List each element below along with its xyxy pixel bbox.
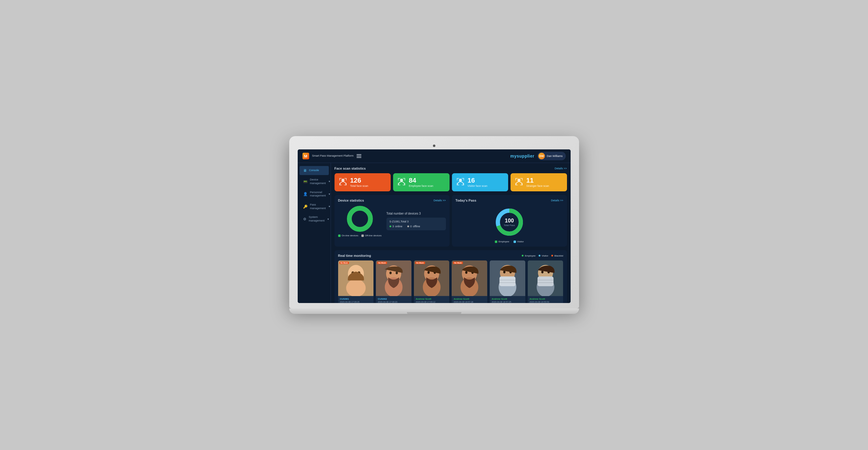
- online-status: 3 online: [390, 225, 402, 228]
- person-info: Andrew Scott2020-04-08 16:57:25Pass 8CFC…: [490, 296, 525, 303]
- face-scan-title: Face scan statistics: [335, 167, 366, 170]
- stat-employee-info: 84 Employee face scan: [409, 177, 433, 187]
- pass-legend-employee: Employee: [495, 240, 509, 243]
- laptop-base: [289, 309, 579, 314]
- person-photo: No Mask: [338, 260, 374, 296]
- device-status-row: 3 online 0 offline: [390, 225, 443, 228]
- hamburger-menu[interactable]: [356, 154, 362, 158]
- person-name: Andrew Scott: [454, 297, 486, 300]
- list-item[interactable]: No MaskAndrew Scott2020-04-08 16:57:28Pa…: [452, 260, 487, 303]
- stranger-scan-icon: [515, 178, 523, 187]
- person-date: 2020-04-08 17:09:12: [416, 301, 448, 303]
- sidebar-item-device-management[interactable]: 📟 Device management ▼: [300, 175, 329, 187]
- brand-accent: er: [530, 154, 534, 158]
- total-scan-icon: [339, 178, 347, 187]
- device-box: S-Z1081,Total 3 3 online: [386, 218, 446, 230]
- svg-rect-26: [462, 185, 464, 185]
- svg-rect-72: [537, 277, 553, 286]
- offline-label: offline: [413, 225, 420, 228]
- visitor-legend-label: Visitor: [517, 240, 524, 243]
- svg-rect-11: [398, 178, 399, 181]
- svg-point-51: [428, 271, 430, 274]
- todays-pass-details-link[interactable]: Details >>: [551, 199, 563, 202]
- person-date: 2020-04-08 16:57:25: [492, 301, 524, 303]
- monitoring-header: Real time monitoring Employee Visitor: [338, 254, 563, 257]
- device-stats-panel: Device statistics Details >>: [335, 195, 450, 247]
- svg-rect-6: [339, 185, 342, 185]
- svg-rect-64: [500, 277, 516, 286]
- svg-point-36: [349, 208, 370, 229]
- total-scan-number: 126: [350, 177, 368, 184]
- svg-rect-17: [403, 185, 405, 185]
- todays-pass-title: Today's Pass: [456, 199, 476, 202]
- person-name: Andrew Scott: [416, 297, 448, 300]
- list-item[interactable]: No MaskCUS0022020-04-08 17:09:20Pass 8CF…: [376, 260, 411, 303]
- svg-rect-22: [463, 178, 464, 181]
- employee-scan-number: 84: [409, 177, 433, 184]
- visitor-scan-icon: [456, 178, 465, 187]
- employee-legend-label: Employee: [498, 240, 509, 243]
- main-content: Face scan statistics Details >>: [331, 163, 570, 303]
- list-item[interactable]: Andrew Scott2020-04-08 16:57:25Pass 8CFC…: [490, 260, 525, 303]
- camera: [433, 144, 435, 147]
- legend-offline-label: Off-line devices: [365, 234, 382, 237]
- person-cards: No MaskCUS0012020-04-08 17:09:258CFCA003…: [338, 260, 563, 303]
- offline-dot: [362, 234, 364, 237]
- pass-total-number: 100: [504, 218, 515, 224]
- bottom-panels: Device statistics Details >>: [335, 195, 567, 247]
- svg-rect-29: [515, 178, 516, 181]
- person-date: 2020-04-08 16:57:28: [454, 301, 486, 303]
- person-photo: No Mask: [452, 260, 487, 296]
- device-total-count: 3: [419, 212, 421, 215]
- user-badge[interactable]: DW Dan Williams: [537, 152, 566, 160]
- screen-bezel: M Smart Pass Management Platform mysuppl…: [289, 136, 579, 309]
- total-scan-label: Total face scan: [350, 184, 368, 187]
- stat-card-visitor: 16 Visitor face scan: [452, 173, 508, 191]
- stat-card-total: 126 Total face scan: [335, 173, 391, 191]
- person-date: 2020-04-08 17:09:20: [378, 301, 410, 303]
- device-total: Total number of devices 3: [386, 212, 446, 215]
- device-info: Total number of devices 3 S-Z1081,Total …: [386, 212, 446, 230]
- sidebar-item-console[interactable]: 🖥 Console: [300, 166, 329, 175]
- svg-point-27: [518, 179, 521, 182]
- device-stats-details-link[interactable]: Details >>: [434, 199, 446, 202]
- device-donut-chart: [346, 205, 373, 232]
- stat-visitor-info: 16 Visitor face scan: [468, 177, 488, 187]
- logo-icon: M: [303, 153, 309, 159]
- svg-rect-13: [405, 178, 405, 181]
- online-label: online: [395, 225, 402, 228]
- laptop-screen: M Smart Pass Management Platform mysuppl…: [298, 150, 570, 303]
- system-icon: ⚙: [303, 217, 306, 221]
- visitor-legend-dot: [514, 240, 516, 243]
- monitoring-title: Real time monitoring: [338, 254, 371, 257]
- sidebar-item-personnel-management[interactable]: 👤 Personnel management ▼: [300, 188, 329, 200]
- device-legend: On-line devices Off-line devices: [338, 234, 382, 237]
- pass-donut-center: 100 Total Pass: [504, 218, 515, 227]
- stranger-scan-label: Stranger face scan: [526, 184, 549, 187]
- offline-count: 0: [410, 225, 412, 228]
- sidebar-item-pass-management[interactable]: 🔑 Pass management ▼: [300, 201, 329, 213]
- stat-card-employee: 84 Employee face scan: [393, 173, 450, 191]
- list-item[interactable]: Andrew Scott2020-04-08 16:55:59Pass 8CFC…: [528, 260, 563, 303]
- offline-status: 0 offline: [407, 225, 420, 228]
- person-name: Andrew Scott: [530, 297, 562, 300]
- monitoring-legend-blacklist: Blacklist: [551, 254, 563, 257]
- stat-card-stranger: 11 Stranger face scan: [510, 173, 567, 191]
- list-item[interactable]: No MaskAndrew Scott2020-04-08 17:09:12Pa…: [414, 260, 450, 303]
- visitor-scan-number: 16: [468, 177, 488, 184]
- person-photo: [490, 260, 525, 296]
- app-title: Smart Pass Management Platform: [312, 154, 354, 158]
- monitoring-visitor-label: Visitor: [541, 254, 548, 257]
- sidebar: 🖥 Console 📟 Device management ▼ 👤 Person…: [298, 163, 331, 303]
- face-scan-details-link[interactable]: Details >>: [555, 167, 567, 170]
- pass-total-label: Total Pass: [504, 224, 515, 227]
- svg-point-9: [400, 179, 403, 182]
- user-avatar: DW: [538, 153, 545, 159]
- app-container: M Smart Pass Management Platform mysuppl…: [298, 150, 570, 303]
- person-date: 2020-04-08 17:09:25: [340, 301, 372, 303]
- no-mask-badge: No Mask: [453, 262, 463, 264]
- pass-icon: 🔑: [303, 205, 308, 209]
- list-item[interactable]: No MaskCUS0012020-04-08 17:09:258CFCA003…: [338, 260, 374, 303]
- svg-rect-15: [398, 185, 400, 185]
- sidebar-item-system-management[interactable]: ⚙ System management ▼: [300, 213, 329, 225]
